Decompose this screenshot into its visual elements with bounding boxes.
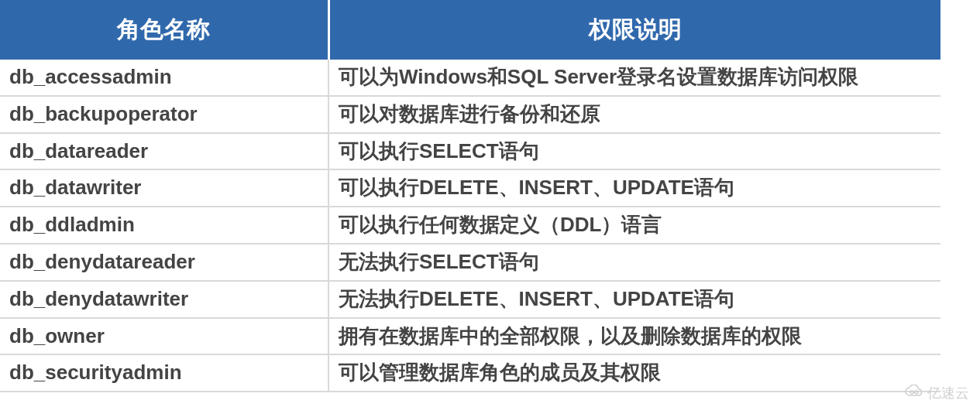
table-row: db_ddladmin 可以执行任何数据定义（DDL）语言: [0, 207, 940, 244]
table-row: db_denydatawriter 无法执行DELETE、INSERT、UPDA…: [0, 281, 940, 318]
table-row: db_owner 拥有在数据库中的全部权限，以及删除数据库的权限: [0, 318, 940, 355]
cell-role: db_accessadmin: [0, 60, 328, 96]
cell-role: db_datawriter: [0, 169, 328, 207]
cell-desc: 无法执行SELECT语句: [328, 244, 940, 281]
cell-role: db_denydatawriter: [0, 281, 328, 318]
table-row: db_denydatareader 无法执行SELECT语句: [0, 244, 940, 281]
cell-role: db_datareader: [0, 133, 328, 170]
cell-desc: 可以对数据库进行备份和还原: [328, 96, 940, 133]
svg-point-1: [915, 391, 918, 394]
cell-desc: 可以为Windows和SQL Server登录名设置数据库访问权限: [328, 60, 940, 96]
col-header-desc: 权限说明: [328, 0, 940, 60]
cloud-icon: [904, 385, 924, 402]
cell-desc: 可以执行SELECT语句: [328, 133, 940, 170]
cell-desc: 可以执行任何数据定义（DDL）语言: [328, 207, 940, 244]
table-row: db_datareader 可以执行SELECT语句: [0, 133, 940, 170]
table-row: db_datawriter 可以执行DELETE、INSERT、UPDATE语句: [0, 169, 940, 207]
cell-desc: 可以管理数据库角色的成员及其权限: [328, 354, 940, 392]
cell-role: db_owner: [0, 318, 328, 355]
roles-table: 角色名称 权限说明 db_accessadmin 可以为Windows和SQL …: [0, 0, 940, 392]
cell-role: db_backupoperator: [0, 96, 328, 133]
svg-point-0: [910, 391, 913, 394]
table-row: db_accessadmin 可以为Windows和SQL Server登录名设…: [0, 60, 940, 96]
cell-desc: 无法执行DELETE、INSERT、UPDATE语句: [328, 281, 940, 318]
table-row: db_backupoperator 可以对数据库进行备份和还原: [0, 96, 940, 133]
table-header-row: 角色名称 权限说明: [0, 0, 940, 60]
cell-desc: 拥有在数据库中的全部权限，以及删除数据库的权限: [328, 318, 940, 355]
cell-role: db_denydatareader: [0, 244, 328, 281]
watermark: 亿速云: [904, 384, 969, 402]
watermark-text: 亿速云: [927, 384, 969, 402]
cell-role: db_ddladmin: [0, 207, 328, 244]
cell-desc: 可以执行DELETE、INSERT、UPDATE语句: [328, 169, 940, 207]
cell-role: db_securityadmin: [0, 354, 328, 392]
col-header-role: 角色名称: [0, 0, 328, 60]
table-row: db_securityadmin 可以管理数据库角色的成员及其权限: [0, 354, 940, 392]
